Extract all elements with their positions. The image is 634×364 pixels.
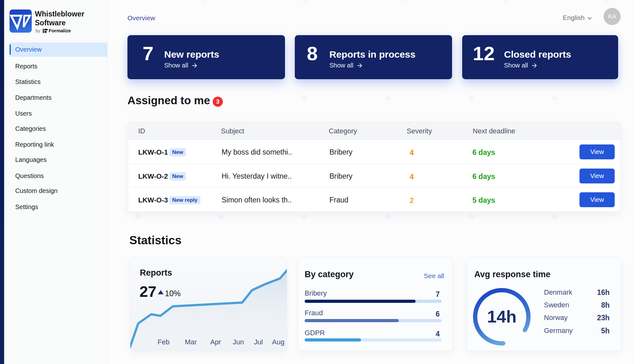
svg-text:14h: 14h (487, 307, 516, 326)
